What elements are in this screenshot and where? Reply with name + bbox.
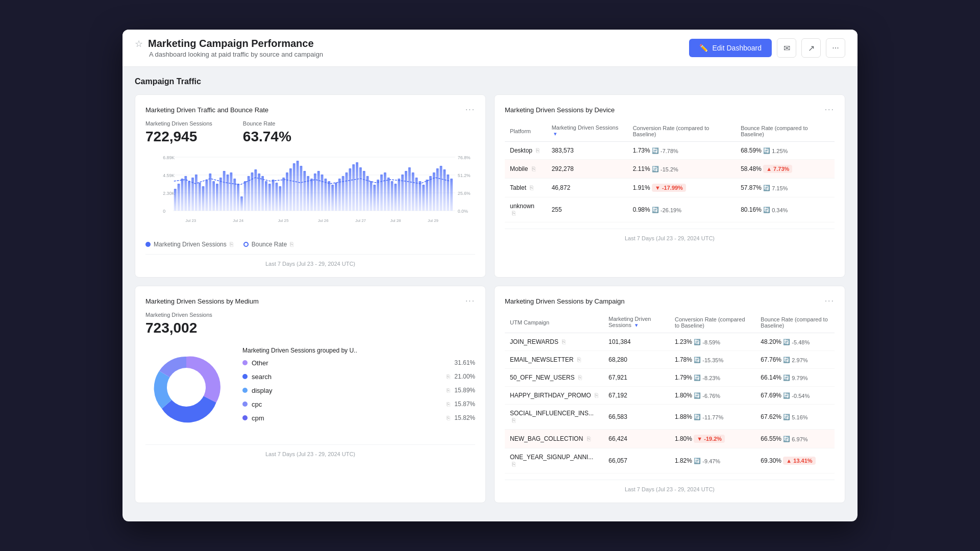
svg-text:51.2%: 51.2% (458, 173, 471, 178)
camp-bounce-cell: 66.14% 🔄 9.79% (755, 369, 835, 387)
svg-rect-38 (265, 181, 267, 211)
more-options-button[interactable]: ··· (826, 38, 845, 58)
svg-rect-44 (286, 172, 288, 211)
svg-rect-24 (216, 184, 218, 211)
campaign-table-row: SOCIAL_INFLUENCER_INS... ⎘ 66,583 1.88% … (505, 405, 835, 430)
conv-rate-cell: 1.91% ▼ -17.99% (628, 179, 736, 197)
bounce-change-badge: 🔄 1.25% (763, 147, 788, 154)
svg-text:25.6%: 25.6% (458, 191, 471, 196)
svg-rect-70 (377, 180, 379, 211)
sessions-cell: 383,573 (547, 142, 628, 160)
copy-icon[interactable]: ⎘ (512, 417, 516, 424)
svg-point-99 (167, 368, 206, 407)
camp-bounce-badge: 🔄 9.79% (783, 374, 807, 381)
camp-conv-badge: 🔄 -8.23% (694, 374, 720, 381)
traffic-chart-area: 6.89K 4.59K 2.30K 0 76.8% 51.2% 25.6% 0.… (145, 153, 475, 235)
share-button[interactable]: ↗ (801, 38, 821, 58)
svg-rect-52 (314, 173, 316, 211)
svg-text:Jul 27: Jul 27 (355, 218, 366, 223)
donut-legend-label: Other (252, 359, 450, 367)
col-camp-sessions[interactable]: Marketing Driven Sessions ▾ (603, 312, 670, 333)
edit-dashboard-button[interactable]: ✏️ Edit Dashboard (689, 39, 772, 57)
campaign-table-header-row: UTM Campaign Marketing Driven Sessions ▾… (505, 312, 835, 333)
traffic-bounce-title: Marketing Driven Traffic and Bounce Rate (145, 106, 268, 114)
bounce-legend-dot (243, 242, 249, 247)
camp-bounce-badge: 🔄 6.97% (783, 436, 807, 442)
copy-icon[interactable]: ⎘ (512, 210, 516, 217)
conv-change-badge: 🔄 -26.19% (652, 207, 681, 213)
copy-icon[interactable]: ⎘ (577, 356, 581, 363)
sessions-campaign-header: Marketing Driven Sessions by Campaign ··… (505, 296, 835, 306)
sessions-device-menu[interactable]: ··· (825, 105, 835, 114)
campaign-cell: SOCIAL_INFLUENCER_INS... ⎘ (505, 405, 603, 430)
platform-cell: Mobile ⎘ (505, 160, 547, 179)
svg-text:Jul 25: Jul 25 (278, 218, 288, 223)
traffic-bounce-card: Marketing Driven Traffic and Bounce Rate… (135, 94, 486, 278)
camp-conv-cell: 1.88% 🔄 -11.77% (670, 405, 755, 430)
donut-legend-item: display ⎘ 15.89% (242, 387, 475, 394)
svg-rect-14 (181, 179, 183, 211)
col-bounce-rate: Bounce Rate (compared to Baseline) (736, 120, 835, 142)
donut-legend-icon: ⎘ (447, 387, 450, 393)
svg-rect-20 (202, 186, 205, 211)
bounce-change-badge: 🔄 0.34% (763, 207, 788, 213)
donut-legend-item: cpm ⎘ 15.82% (242, 414, 475, 422)
conv-rate-cell: 2.11% 🔄 -15.2% (628, 160, 736, 179)
copy-icon[interactable]: ⎘ (578, 374, 582, 381)
svg-rect-32 (244, 181, 247, 211)
campaign-table-row: EMAIL_NEWSLETTER ⎘ 68,280 1.78% 🔄 -15.35… (505, 351, 835, 369)
sessions-medium-menu[interactable]: ··· (465, 296, 475, 306)
copy-icon[interactable]: ⎘ (562, 338, 566, 345)
camp-conv-badge: 🔄 -15.35% (694, 357, 723, 363)
svg-rect-55 (324, 179, 327, 211)
sessions-value: 722,945 (145, 129, 212, 145)
svg-rect-34 (251, 172, 254, 211)
col-sessions[interactable]: Marketing Driven Sessions ▾ (547, 120, 628, 142)
camp-bounce-badge: 🔄 -5.48% (783, 339, 810, 345)
campaign-table-row: JOIN_REWARDS ⎘ 101,384 1.23% 🔄 -8.59% 48… (505, 333, 835, 351)
camp-conv-badge: 🔄 -6.76% (694, 392, 720, 399)
copy-icon[interactable]: ⎘ (512, 461, 516, 468)
camp-sessions-cell: 66,583 (603, 405, 670, 430)
copy-icon[interactable]: ⎘ (587, 435, 591, 442)
svg-text:0.0%: 0.0% (458, 209, 468, 214)
svg-rect-48 (300, 166, 302, 211)
camp-conv-cell: 1.23% 🔄 -8.59% (670, 333, 755, 351)
bounce-legend-icon[interactable]: ⎘ (290, 241, 293, 248)
svg-rect-68 (370, 181, 372, 211)
traffic-bounce-menu[interactable]: ··· (465, 105, 475, 114)
svg-text:Jul 23: Jul 23 (185, 218, 196, 223)
donut-legend-title: Marketing Driven Sessions grouped by U.. (242, 347, 475, 354)
svg-rect-58 (335, 183, 337, 211)
bounce-rate-cell: 80.16% 🔄 0.34% (736, 197, 835, 222)
copy-icon[interactable]: ⎘ (595, 392, 598, 399)
copy-icon[interactable]: ⎘ (530, 184, 533, 191)
device-table: Platform Marketing Driven Sessions ▾ Con… (505, 120, 835, 222)
svg-rect-18 (195, 174, 198, 211)
share-icon: ↗ (808, 43, 815, 53)
col-utm: UTM Campaign (505, 312, 603, 333)
donut-dot (242, 402, 248, 407)
bounce-rate-cell: 57.87% 🔄 7.15% (736, 179, 835, 197)
copy-icon[interactable]: ⎘ (536, 147, 540, 154)
svg-rect-41 (275, 183, 278, 211)
sessions-legend-icon[interactable]: ⎘ (230, 241, 233, 248)
favorite-icon[interactable]: ☆ (135, 38, 143, 49)
svg-rect-39 (268, 184, 271, 211)
svg-rect-42 (279, 186, 281, 211)
campaign-table-row: NEW_BAG_COLLECTION ⎘ 66,424 1.80% ▼ -19.… (505, 430, 835, 448)
svg-rect-74 (391, 181, 394, 211)
camp-sessions-cell: 66,424 (603, 430, 670, 448)
legend-sessions: Marketing Driven Sessions ⎘ (145, 241, 233, 248)
svg-rect-57 (331, 185, 334, 211)
svg-rect-79 (408, 167, 411, 211)
copy-icon[interactable]: ⎘ (532, 165, 535, 172)
sessions-campaign-card: Marketing Driven Sessions by Campaign ··… (494, 286, 845, 503)
svg-text:6.89K: 6.89K (163, 155, 175, 160)
traffic-bounce-card-header: Marketing Driven Traffic and Bounce Rate… (145, 105, 475, 114)
conv-rate-cell: 0.98% 🔄 -26.19% (628, 197, 736, 222)
svg-rect-30 (237, 184, 239, 211)
traffic-chart-svg: 6.89K 4.59K 2.30K 0 76.8% 51.2% 25.6% 0.… (145, 153, 475, 235)
email-button[interactable]: ✉ (777, 38, 796, 58)
sessions-campaign-menu[interactable]: ··· (825, 296, 835, 306)
